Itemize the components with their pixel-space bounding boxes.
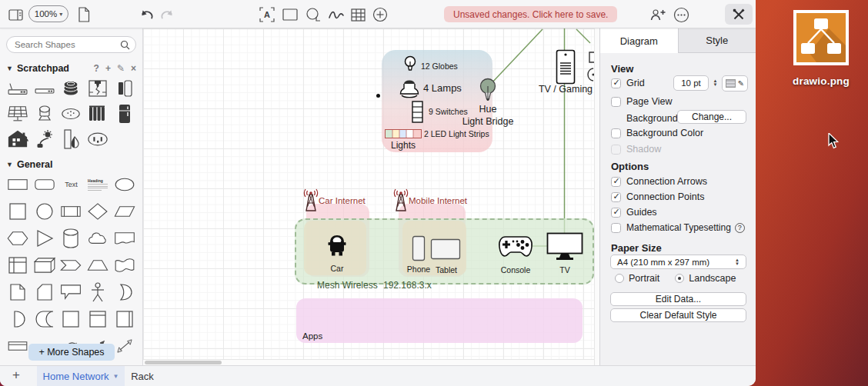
tablet-node[interactable] bbox=[430, 238, 461, 260]
add-page-button[interactable]: + bbox=[12, 368, 20, 383]
clear-default-style-button[interactable]: Clear Default Style bbox=[610, 308, 746, 322]
search-input[interactable] bbox=[15, 37, 122, 52]
shape-smoke-detector[interactable] bbox=[58, 104, 85, 124]
grid-size-stepper[interactable]: ▲▼ bbox=[711, 75, 719, 91]
freehand-tool-icon[interactable] bbox=[328, 6, 345, 23]
lights-group-node[interactable]: 12 Globes 4 Lamps 9 Switches 2 LED Light… bbox=[382, 50, 492, 152]
shape-vertical-container[interactable] bbox=[111, 309, 138, 329]
shape-rounded-rectangle[interactable] bbox=[32, 175, 58, 195]
scratchpad-add-icon[interactable]: + bbox=[105, 64, 111, 73]
car-internet-node[interactable] bbox=[303, 188, 319, 211]
more-options-icon[interactable] bbox=[673, 6, 689, 23]
math-typesetting-checkbox[interactable] bbox=[611, 223, 621, 233]
landscape-radio[interactable] bbox=[675, 274, 684, 283]
shape-process[interactable] bbox=[58, 201, 85, 221]
shape-parallelogram[interactable] bbox=[111, 201, 138, 221]
shape-container[interactable] bbox=[85, 309, 112, 329]
hue-light-bridge-node[interactable] bbox=[479, 78, 496, 102]
shape-plain-square[interactable] bbox=[58, 309, 85, 329]
diagram-canvas[interactable]: 12 Globes 4 Lamps 9 Switches 2 LED Light… bbox=[143, 28, 599, 365]
page-view-checkbox[interactable] bbox=[611, 97, 621, 107]
shape-trapezoid[interactable] bbox=[85, 255, 112, 275]
mobile-internet-node[interactable] bbox=[393, 188, 409, 211]
shape-triangle[interactable] bbox=[32, 228, 58, 248]
unsaved-changes-banner[interactable]: Unsaved changes. Click here to save. bbox=[444, 6, 617, 22]
scratchpad-help-icon[interactable]: ? bbox=[94, 64, 99, 73]
page-tab-rack[interactable]: Rack bbox=[125, 366, 160, 386]
drawio-file-icon[interactable]: drawio.png bbox=[786, 10, 856, 87]
shape-card[interactable] bbox=[32, 282, 58, 302]
shape-diamond[interactable] bbox=[85, 201, 112, 221]
connection-arrows-checkbox[interactable] bbox=[611, 177, 621, 187]
page-tab-home-network[interactable]: Home Network ▼ bbox=[37, 366, 125, 386]
shape-solar-panel[interactable] bbox=[5, 104, 32, 124]
shape-internal-storage[interactable] bbox=[5, 255, 32, 275]
shape-plant-sensor[interactable] bbox=[32, 129, 58, 149]
shape-actor[interactable] bbox=[85, 282, 112, 302]
scratchpad-edit-icon[interactable]: ✎ bbox=[117, 64, 125, 73]
shape-disk-stack[interactable] bbox=[58, 78, 85, 98]
car-node[interactable] bbox=[326, 233, 348, 258]
shape-text[interactable]: Text bbox=[58, 175, 85, 195]
canvas-horizontal-scrollbar[interactable] bbox=[143, 359, 594, 365]
stray-point-node[interactable] bbox=[376, 94, 380, 98]
more-shapes-button[interactable]: + More Shapes bbox=[28, 344, 115, 361]
format-panel-toggle-icon[interactable] bbox=[7, 6, 24, 23]
shape-pedestal-lamp[interactable] bbox=[32, 104, 58, 124]
connection-points-checkbox[interactable] bbox=[611, 192, 621, 202]
shape-wall-dimmer[interactable] bbox=[111, 78, 138, 98]
shape-circle[interactable] bbox=[32, 201, 58, 221]
shape-cloud[interactable] bbox=[85, 228, 112, 248]
rectangle-tool-icon[interactable] bbox=[282, 6, 299, 23]
console-node[interactable] bbox=[498, 234, 533, 259]
tab-diagram[interactable]: Diagram bbox=[600, 28, 679, 53]
shape-and[interactable] bbox=[5, 309, 32, 329]
page-icon[interactable] bbox=[75, 6, 92, 23]
shape-radiator[interactable] bbox=[85, 104, 112, 124]
shape-note[interactable] bbox=[5, 282, 32, 302]
grid-checkbox[interactable] bbox=[611, 78, 621, 88]
shape-square[interactable] bbox=[5, 201, 32, 221]
table-tool-icon[interactable] bbox=[349, 6, 366, 23]
shape-callout[interactable] bbox=[58, 282, 85, 302]
shape-hexagon[interactable] bbox=[5, 228, 32, 248]
grid-color-button[interactable]: ✎ bbox=[722, 75, 748, 92]
shape-horizontal-container[interactable] bbox=[5, 336, 32, 356]
shape-bidirectional-connector[interactable] bbox=[111, 336, 138, 356]
shape-step[interactable] bbox=[58, 255, 85, 275]
shape-router[interactable] bbox=[5, 78, 32, 98]
portrait-radio[interactable] bbox=[615, 274, 624, 283]
shape-tape[interactable] bbox=[111, 255, 138, 275]
shape-or[interactable] bbox=[111, 282, 138, 302]
shape-printer-3d[interactable] bbox=[85, 78, 112, 98]
shape-power-outlet[interactable] bbox=[85, 129, 112, 149]
scratchpad-close-icon[interactable]: × bbox=[131, 64, 136, 73]
change-background-button[interactable]: Change... bbox=[677, 110, 746, 124]
general-section-header[interactable]: ▼ General bbox=[6, 159, 136, 170]
text-tool-icon[interactable]: A bbox=[259, 6, 275, 23]
paper-size-select[interactable]: A4 (210 mm x 297 mm) ▲▼ bbox=[610, 255, 746, 269]
apps-zone[interactable]: Apps bbox=[296, 298, 583, 343]
share-person-add-icon[interactable] bbox=[649, 6, 666, 23]
tv-gaming-node[interactable] bbox=[556, 49, 576, 85]
shape-cylinder[interactable] bbox=[58, 228, 85, 248]
shape-switch[interactable] bbox=[32, 78, 58, 98]
redo-icon[interactable] bbox=[159, 6, 176, 23]
shape-fridge[interactable] bbox=[111, 104, 138, 124]
shape-door-leak-sensor[interactable] bbox=[58, 129, 85, 149]
zoom-level-dropdown[interactable]: 100% ▾ bbox=[28, 5, 68, 22]
tab-style[interactable]: Style bbox=[679, 28, 756, 53]
ellipse-tool-icon[interactable] bbox=[305, 6, 322, 23]
guides-checkbox[interactable] bbox=[611, 208, 621, 218]
canvas-vertical-scrollbar[interactable] bbox=[594, 28, 599, 365]
shape-data-storage[interactable] bbox=[32, 309, 58, 329]
scrollbar-handle[interactable] bbox=[145, 361, 222, 364]
phone-node[interactable] bbox=[412, 235, 426, 261]
shape-search-box[interactable] bbox=[6, 36, 136, 53]
help-icon[interactable]: ? bbox=[735, 223, 745, 233]
scratchpad-section-header[interactable]: ▼ Scratchpad ? + ✎ × bbox=[6, 63, 136, 74]
edit-data-button[interactable]: Edit Data... bbox=[610, 292, 746, 306]
undo-icon[interactable] bbox=[138, 6, 155, 23]
shape-rectangle[interactable] bbox=[5, 175, 32, 195]
background-color-checkbox[interactable] bbox=[611, 128, 621, 138]
